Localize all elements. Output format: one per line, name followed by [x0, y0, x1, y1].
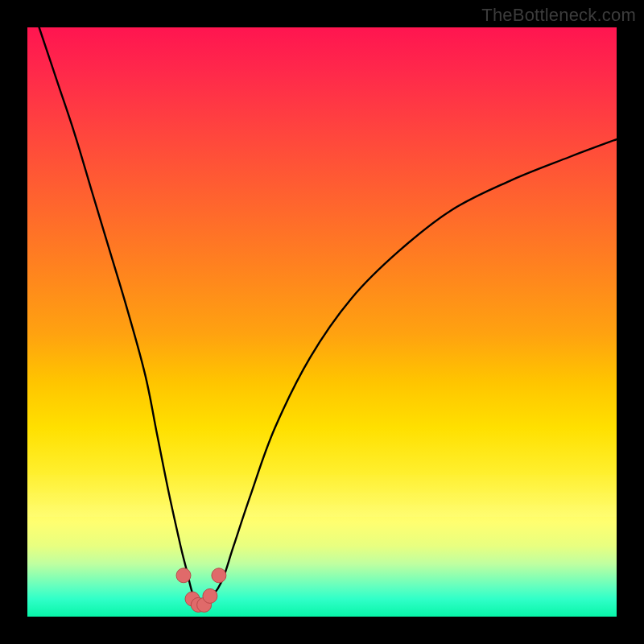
watermark-text: TheBottleneck.com: [481, 5, 636, 26]
curve-layer: [27, 27, 617, 617]
chart-frame: TheBottleneck.com: [0, 0, 644, 644]
trough-marker: [203, 588, 217, 603]
plot-area: [27, 27, 617, 617]
trough-markers: [176, 568, 226, 613]
trough-marker: [212, 568, 226, 583]
trough-marker: [176, 568, 191, 583]
bottleneck-curve: [39, 27, 617, 606]
